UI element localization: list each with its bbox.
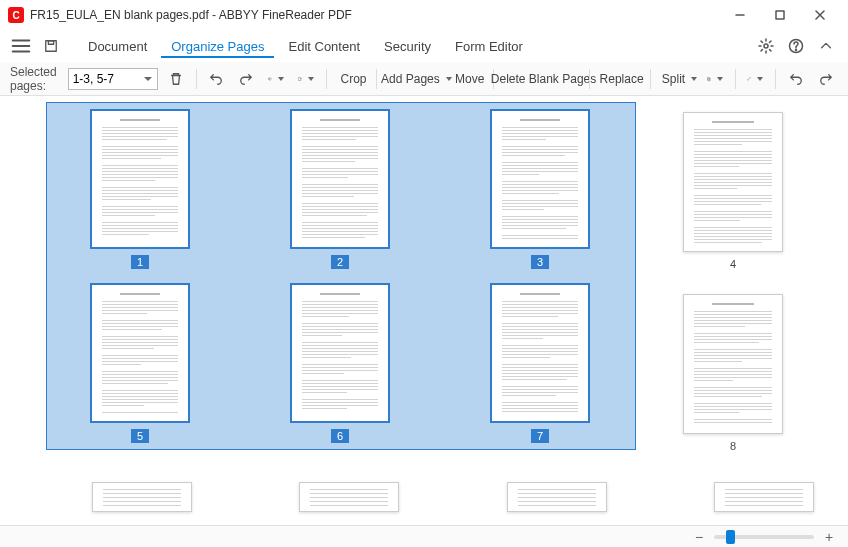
page-thumb-partial[interactable] xyxy=(266,482,434,512)
titlebar: C FR15_EULA_EN blank pages.pdf - ABBYY F… xyxy=(0,0,848,30)
page-preview xyxy=(90,109,190,249)
page-number: 6 xyxy=(331,429,349,443)
add-pages-button[interactable]: Add Pages xyxy=(385,67,444,91)
page-number: 3 xyxy=(531,255,549,269)
toolbar: Selected pages: Crop Add Pages Move Dele… xyxy=(0,62,848,96)
page-thumb-partial[interactable] xyxy=(58,482,226,512)
separator xyxy=(735,69,736,89)
maximize-button[interactable] xyxy=(760,0,800,30)
svg-point-11 xyxy=(796,50,797,51)
delete-blank-pages-button[interactable]: Delete Blank Pages xyxy=(502,67,581,91)
selection-group: 1 2 3 5 6 7 xyxy=(46,102,636,450)
enhance-button[interactable] xyxy=(743,67,767,91)
page-thumb-4[interactable]: 4 xyxy=(648,112,818,270)
separator xyxy=(650,69,651,89)
page-number: 2 xyxy=(331,255,349,269)
pages-row-partial xyxy=(0,474,848,512)
svg-point-9 xyxy=(764,44,768,48)
rotate-button[interactable] xyxy=(264,67,288,91)
redo2-button[interactable] xyxy=(814,67,838,91)
svg-rect-7 xyxy=(46,41,57,52)
page-preview xyxy=(683,294,783,434)
selected-pages-input[interactable] xyxy=(68,68,158,90)
page-preview xyxy=(290,283,390,423)
page-thumb-7[interactable]: 7 xyxy=(455,283,625,443)
close-button[interactable] xyxy=(800,0,840,30)
correct-button[interactable] xyxy=(294,67,318,91)
separator xyxy=(196,69,197,89)
pages-area: 1 2 3 5 6 7 xyxy=(0,96,848,474)
page-thumb-1[interactable]: 1 xyxy=(55,109,225,269)
hamburger-menu[interactable] xyxy=(10,35,32,57)
svg-rect-12 xyxy=(299,77,301,80)
page-preview xyxy=(490,283,590,423)
selected-pages-label: Selected pages: xyxy=(10,65,60,93)
statusbar: − + xyxy=(0,525,848,547)
save-dropdown[interactable] xyxy=(36,35,66,57)
separator xyxy=(376,69,377,89)
page-thumb-5[interactable]: 5 xyxy=(55,283,225,443)
zoom-slider[interactable] xyxy=(714,535,814,539)
separator xyxy=(589,69,590,89)
settings-icon[interactable] xyxy=(754,34,778,58)
page-number: 8 xyxy=(730,440,736,452)
move-button[interactable]: Move xyxy=(450,67,485,91)
menu-form-editor[interactable]: Form Editor xyxy=(445,35,533,58)
delete-button[interactable] xyxy=(164,67,188,91)
zoom-slider-knob[interactable] xyxy=(726,530,735,544)
separator xyxy=(326,69,327,89)
page-preview xyxy=(90,283,190,423)
page-preview xyxy=(290,109,390,249)
svg-rect-1 xyxy=(776,11,784,19)
selected-pages-input-wrap[interactable] xyxy=(68,68,158,90)
help-icon[interactable] xyxy=(784,34,808,58)
menu-document[interactable]: Document xyxy=(78,35,157,58)
crop-button[interactable]: Crop xyxy=(335,67,368,91)
page-thumb-partial[interactable] xyxy=(681,482,849,512)
separator xyxy=(775,69,776,89)
page-thumb-partial[interactable] xyxy=(473,482,641,512)
page-thumb-3[interactable]: 3 xyxy=(455,109,625,269)
page-number: 7 xyxy=(531,429,549,443)
page-number: 1 xyxy=(131,255,149,269)
page-preview xyxy=(683,112,783,252)
extract-button[interactable] xyxy=(703,67,727,91)
menu-edit-content[interactable]: Edit Content xyxy=(278,35,370,58)
collapse-icon[interactable] xyxy=(814,34,838,58)
menu-organize-pages[interactable]: Organize Pages xyxy=(161,35,274,58)
page-number: 4 xyxy=(730,258,736,270)
window-title: FR15_EULA_EN blank pages.pdf - ABBYY Fin… xyxy=(30,8,720,22)
menubar: Document Organize Pages Edit Content Sec… xyxy=(0,30,848,62)
zoom-in-button[interactable]: + xyxy=(820,528,838,546)
undo-button[interactable] xyxy=(204,67,228,91)
app-icon: C xyxy=(8,7,24,23)
page-thumb-6[interactable]: 6 xyxy=(255,283,425,443)
page-thumb-2[interactable]: 2 xyxy=(255,109,425,269)
page-preview xyxy=(490,109,590,249)
split-button[interactable]: Split xyxy=(658,67,697,91)
undo2-button[interactable] xyxy=(784,67,808,91)
redo-button[interactable] xyxy=(234,67,258,91)
menu-security[interactable]: Security xyxy=(374,35,441,58)
page-thumb-8[interactable]: 8 xyxy=(648,294,818,452)
replace-button[interactable]: Replace xyxy=(598,67,642,91)
page-number: 5 xyxy=(131,429,149,443)
svg-rect-8 xyxy=(48,41,53,45)
zoom-out-button[interactable]: − xyxy=(690,528,708,546)
workspace: 1 2 3 5 6 7 xyxy=(0,96,848,525)
minimize-button[interactable] xyxy=(720,0,760,30)
